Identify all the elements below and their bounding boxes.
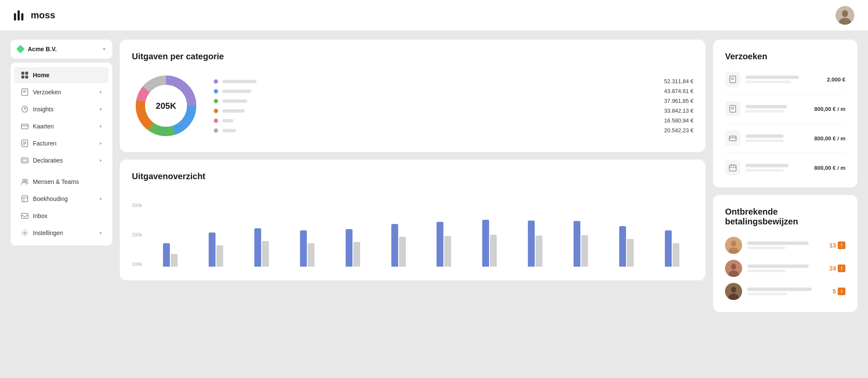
- boekhouding-chevron-icon: ▾: [99, 196, 102, 202]
- bar-group-0: [149, 243, 192, 267]
- svg-point-50: [731, 241, 736, 247]
- receipt-item-1[interactable]: 24 !: [725, 260, 845, 277]
- sidebar-item-facturen[interactable]: Facturen ▾: [14, 135, 109, 151]
- verzoek-info-1: [746, 105, 809, 113]
- sidebar-item-inbox[interactable]: Inbox: [14, 208, 109, 224]
- sidebar-item-kaarten[interactable]: Kaarten ▾: [14, 118, 109, 134]
- declaraties-icon: [21, 157, 29, 164]
- facturen-icon: [21, 140, 29, 147]
- bar-blue-9: [574, 221, 580, 267]
- sidebar-item-instellingen[interactable]: Instellingen ▾: [14, 225, 109, 241]
- legend-bar-1: [222, 90, 251, 93]
- legend-dot-1: [214, 89, 218, 93]
- receipt-list: 13 ! 24: [725, 237, 845, 300]
- receipt-item-2[interactable]: 5 !: [725, 283, 845, 300]
- bar-group-7: [468, 220, 511, 267]
- donut-chart: 205K: [132, 72, 200, 140]
- svg-point-53: [731, 264, 736, 270]
- bar-chart: [149, 203, 693, 267]
- donut-center-label: 205K: [156, 101, 176, 111]
- company-diamond-icon: [16, 45, 25, 53]
- legend-list: 52.311,84 € 43.874,61 €: [214, 78, 693, 134]
- svg-rect-6: [21, 72, 24, 75]
- sidebar-item-declaraties[interactable]: Declaraties ▾: [14, 152, 109, 169]
- receipt-avatar-1: [725, 260, 742, 277]
- svg-rect-14: [21, 124, 28, 129]
- instellingen-chevron-icon: ▾: [99, 230, 102, 236]
- bar-gray-6: [444, 236, 451, 267]
- receipt-info-2: [747, 288, 827, 295]
- logo: moss: [14, 10, 55, 21]
- receipt-count-2: 5: [833, 288, 836, 295]
- verzoek-item-3[interactable]: 800,00 € / m: [725, 160, 845, 175]
- sidebar-item-insights[interactable]: Insights ▾: [14, 101, 109, 117]
- bar-group-8: [514, 221, 557, 267]
- legend-bar-2: [222, 99, 247, 103]
- legend-value-4: 16.580,94 €: [664, 117, 693, 124]
- bar-blue-4: [346, 229, 352, 267]
- kaarten-chevron-icon: ▾: [99, 124, 102, 129]
- mensen-teams-icon: [21, 178, 29, 186]
- legend-bar-3: [222, 109, 245, 113]
- sidebar-item-declaraties-label: Declaraties: [33, 157, 63, 164]
- verzoek-item-2[interactable]: 800,00 € / m: [725, 131, 845, 153]
- verzoek-doc-icon-0: [725, 72, 740, 87]
- sidebar-item-boekhouding[interactable]: Boekhouding ▾: [14, 191, 109, 207]
- facturen-chevron-icon: ▾: [99, 141, 102, 146]
- legend-item-2: 37.961,85 €: [214, 98, 693, 104]
- topbar: moss: [0, 0, 868, 31]
- bar-gray-9: [581, 235, 588, 267]
- company-name: Acme B.V.: [28, 46, 57, 52]
- legend-value-3: 33.842,13 €: [664, 108, 693, 114]
- legend-dot-4: [214, 119, 218, 123]
- y-axis: 300k 200k 100k: [132, 203, 144, 267]
- verzoeken-title: Verzoeken: [725, 52, 845, 61]
- user-avatar[interactable]: [836, 6, 854, 25]
- home-icon: [21, 71, 29, 79]
- company-name-container: Acme B.V.: [17, 46, 57, 52]
- legend-item-0: 52.311,84 €: [214, 78, 693, 84]
- warning-icon-2: !: [838, 288, 845, 295]
- bar-gray-0: [171, 254, 178, 267]
- verzoek-info-2: [746, 134, 809, 142]
- bar-gray-8: [536, 236, 542, 267]
- kaarten-icon: [21, 122, 29, 130]
- verzoeken-chevron-icon: ▾: [99, 90, 102, 95]
- insights-icon: [21, 105, 29, 113]
- sidebar-item-insights-label: Insights: [33, 106, 53, 113]
- sidebar-item-facturen-label: Facturen: [33, 140, 56, 147]
- receipt-avatar-2: [725, 283, 742, 300]
- receipt-item-0[interactable]: 13 !: [725, 237, 845, 254]
- company-selector[interactable]: Acme B.V. ▾: [10, 39, 113, 59]
- boekhouding-icon: [21, 195, 29, 203]
- bar-group-2: [240, 228, 283, 267]
- verzoeken-icon: [21, 88, 29, 96]
- receipt-badge-0: 13 !: [829, 241, 845, 249]
- bar-blue-2: [254, 228, 261, 267]
- sidebar-item-mensen-teams[interactable]: Mensen & Teams: [14, 174, 109, 190]
- y-label-100: 100k: [132, 262, 142, 267]
- uitgaven-categorie-card: Uitgaven per categorie: [119, 39, 706, 152]
- sidebar-item-verzoeken[interactable]: Verzoeken ▾: [14, 84, 109, 100]
- verzoek-item-0[interactable]: 2.000 €: [725, 72, 845, 94]
- sidebar-item-home[interactable]: Home: [14, 67, 109, 83]
- uitgavenoverzicht-card: Uitgavenoverzicht 300k 200k 100k: [119, 159, 706, 281]
- bar-blue-1: [209, 233, 216, 267]
- declaraties-chevron-icon: ▾: [99, 158, 102, 163]
- receipt-count-0: 13: [829, 242, 836, 249]
- bar-gray-2: [262, 241, 269, 267]
- receipt-info-1: [747, 265, 824, 272]
- legend-dot-0: [214, 79, 218, 84]
- legend-item-5: 20.542,23 €: [214, 127, 693, 134]
- bar-group-1: [195, 233, 238, 267]
- svg-rect-9: [25, 76, 28, 79]
- svg-point-22: [23, 179, 25, 182]
- svg-rect-27: [21, 213, 28, 218]
- legend-bar-4: [222, 119, 233, 122]
- bar-blue-11: [665, 230, 672, 267]
- insights-chevron-icon: ▾: [99, 107, 102, 112]
- verzoek-item-1[interactable]: 800,00 € / m: [725, 101, 845, 124]
- verzoek-doc-icon-1: [725, 101, 740, 116]
- legend-value-0: 52.311,84 €: [664, 78, 693, 84]
- svg-rect-21: [23, 159, 27, 162]
